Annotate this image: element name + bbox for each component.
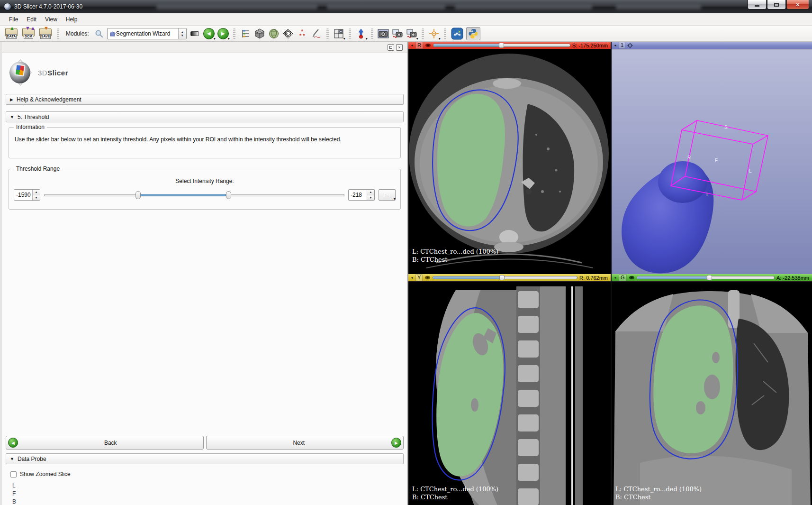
slider-selected-range [135,194,226,196]
label-layer-L: L: CTChest_ro...ded (100%) [615,485,702,493]
menu-edit[interactable]: Edit [22,14,41,25]
menu-view[interactable]: View [41,14,62,25]
visibility-eye-icon[interactable] [425,42,431,48]
toolbar-separator [326,28,329,39]
layout-icon[interactable]: ▾ [333,28,345,40]
save-button[interactable]: ▼ SAVE [38,27,53,41]
label-layer-L: L: CTChest_ro...ded (100%) [412,248,498,256]
scene-restore-icon[interactable]: ▾ [406,28,418,40]
close-panel-icon[interactable]: × [396,44,403,51]
green-slice-controller[interactable]: ◄ G A: -22.538mm [612,274,812,282]
threshold-section[interactable]: ▼ 5. Threshold [6,111,404,122]
models-sphere-icon[interactable] [268,28,280,40]
range-min-input[interactable] [14,190,32,200]
threeD-view-label: 1 [619,42,625,49]
load-data-button[interactable]: ▲ DATA [4,27,19,41]
module-history-icon[interactable] [189,28,201,40]
menu-file[interactable]: File [5,14,22,25]
label-layer-L: L: CTChest_ro...ded (100%) [412,485,498,493]
markups-icon[interactable]: ** * [296,28,308,40]
label-layer-B: B: CTChest [615,493,702,501]
visibility-eye-icon[interactable] [424,275,431,281]
pin-icon[interactable]: ◄ [614,276,617,279]
pin-icon[interactable]: ◄ [410,44,414,47]
probe-row-F: F [12,490,407,497]
panel-dock-strip: × [2,42,407,53]
maximize-button[interactable] [767,0,786,9]
svg-text:F: F [715,158,718,163]
crosshair-icon[interactable]: ▾ [428,28,440,40]
slice-corner-annotation: L: CTChest_ro...ded (100%) B: CTChest [615,485,702,501]
green-view-letter: G [619,274,627,281]
undock-panel-icon[interactable] [388,44,394,51]
back-button[interactable]: ◄ Back [6,436,204,450]
module-combo-arrows[interactable]: ▲▼ [178,28,186,39]
red-slice-controller[interactable]: ◄ R S: -175.250mm [408,42,611,49]
mouse-mode-icon[interactable]: ▾ [355,28,367,40]
module-back-button[interactable]: ◄▾ [203,28,215,40]
axial-slice-image[interactable]: L: CTChest_ro...ded (100%) B: CTChest [408,49,611,274]
slider-handle-max[interactable] [226,191,231,199]
threeD-view-controller[interactable]: ◄ 1 [612,42,812,49]
range-max-input[interactable] [349,190,367,200]
coronal-slice-image[interactable]: L: CTChest_ro...ded (100%) B: CTChest [612,282,812,505]
range-options-button[interactable]: ... ▾ [379,189,396,201]
close-button[interactable]: × [786,0,809,9]
minimize-button[interactable] [748,0,767,9]
module-forward-button[interactable]: ►▾ [217,28,229,40]
threeD-scene[interactable]: SRFLI [612,49,812,274]
show-zoomed-slice-checkbox[interactable] [10,471,17,477]
module-panel: × 3DSlicer ▶ Help & Acknowledgement ▼ 5.… [0,42,408,505]
data-probe-section[interactable]: ▼ Data Probe [6,453,404,464]
app-window: 3D Slicer 4.7.0-2017-06-30 × File Edit V… [0,0,812,505]
intensity-range-slider[interactable] [44,190,344,200]
module-search-icon[interactable] [93,28,105,40]
data-probe-label: Data Probe [18,456,46,462]
range-max-arrows[interactable]: ▲▼ [367,190,374,200]
visibility-eye-icon[interactable] [629,275,635,281]
toolbar-separator [349,28,351,39]
module-selector-combobox[interactable]: Segmentation Wizard ▲▼ [107,28,187,39]
yellow-slider-handle[interactable] [499,275,505,280]
threeD-view: ◄ 1 [612,42,812,274]
range-min-arrows[interactable]: ▲▼ [32,190,40,200]
pin-icon[interactable]: ◄ [614,44,617,47]
load-dicom-button[interactable]: ▼▲ DCM [21,27,36,41]
subject-hierarchy-icon[interactable] [239,28,252,40]
extensions-manager-button[interactable] [450,27,464,40]
module-puzzle-icon [109,30,116,37]
volume-rendering-icon[interactable] [282,28,294,40]
annotations-pen-icon[interactable] [310,28,323,40]
red-slider-handle[interactable] [499,43,504,48]
help-acknowledgement-section[interactable]: ▶ Help & Acknowledgement [6,94,404,105]
slicer-app-icon [4,3,11,10]
yellow-slice-controller[interactable]: ◄ Y R: 0.762mm [408,274,611,282]
volumes-cube-icon[interactable] [253,28,266,40]
green-slider-handle[interactable] [707,275,712,280]
green-slice-slider[interactable] [637,275,775,280]
modules-label: Modules: [66,30,89,37]
yellow-slice-slider[interactable] [433,275,577,280]
python-console-button[interactable] [466,27,480,40]
slider-handle-min[interactable] [135,191,141,199]
forward-arrow-icon: ► [391,438,401,448]
range-min-spinbox[interactable]: ▲▼ [14,189,40,201]
forward-arrow-icon: ► [217,28,229,39]
pin-icon[interactable]: ◄ [410,276,414,279]
menu-help[interactable]: Help [62,14,82,25]
next-button[interactable]: Next ► [206,436,404,450]
scene-view-icon[interactable] [391,28,404,40]
svg-text:L: L [749,168,752,174]
data-probe-rows: L F B [12,482,407,505]
sagittal-slice-image[interactable]: L: CTChest_ro...ded (100%) B: CTChest [408,282,611,505]
screenshot-icon[interactable] [377,28,389,40]
red-slice-slider[interactable] [433,43,570,48]
range-max-spinbox[interactable]: ▲▼ [348,189,375,201]
gear-icon[interactable] [627,43,633,48]
redacted-text [327,4,445,9]
slicer-logo-icon [7,59,34,86]
label-layer-B: B: CTChest [412,493,498,501]
title-bar[interactable]: 3D Slicer 4.7.0-2017-06-30 × [0,0,812,13]
svg-text:I: I [706,192,708,197]
red-slice-view: ◄ R S: -175.250mm [408,42,611,274]
